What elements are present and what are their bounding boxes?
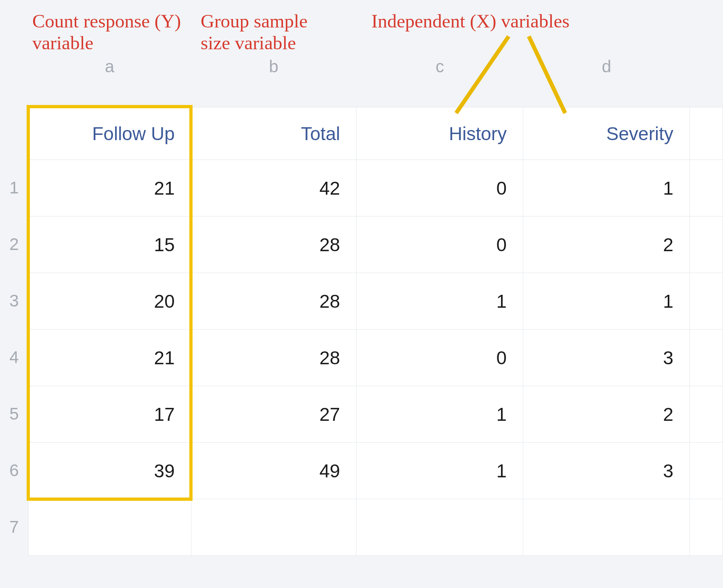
table-row: 15 28 0 2 xyxy=(29,216,723,273)
cell-total[interactable]: 42 xyxy=(191,160,356,216)
cell-follow-up[interactable]: 39 xyxy=(29,443,191,499)
cell-history[interactable]: 0 xyxy=(356,216,523,273)
cell-severity[interactable] xyxy=(523,499,690,556)
cell-severity[interactable]: 1 xyxy=(523,273,690,330)
header-empty[interactable] xyxy=(689,107,723,160)
cell-empty[interactable] xyxy=(689,386,723,443)
cell-empty[interactable] xyxy=(689,216,723,273)
table-row xyxy=(29,499,723,556)
row-number-2[interactable]: 2 xyxy=(0,216,28,273)
row-number-6[interactable]: 6 xyxy=(0,442,28,499)
cell-severity[interactable]: 3 xyxy=(523,443,690,499)
header-total[interactable]: Total xyxy=(191,107,356,160)
cell-follow-up[interactable]: 20 xyxy=(29,273,191,330)
cell-severity[interactable]: 2 xyxy=(523,216,690,273)
cell-total[interactable]: 28 xyxy=(191,330,356,386)
annotation-group-sample-size: Group sample size variable xyxy=(197,10,342,54)
cell-history[interactable]: 0 xyxy=(356,330,523,386)
cell-history[interactable]: 1 xyxy=(356,273,523,330)
cell-total[interactable]: 28 xyxy=(191,216,356,273)
header-row: Follow Up Total History Severity xyxy=(29,107,723,160)
header-follow-up[interactable]: Follow Up xyxy=(29,107,191,160)
data-table: Follow Up Total History Severity 21 42 0… xyxy=(28,107,723,556)
cell-total[interactable]: 28 xyxy=(191,273,356,330)
column-letter-c[interactable]: c xyxy=(356,55,523,79)
cell-follow-up[interactable]: 21 xyxy=(29,330,191,386)
cell-total[interactable] xyxy=(191,499,356,556)
cell-total[interactable]: 27 xyxy=(191,386,356,443)
cell-follow-up[interactable]: 15 xyxy=(29,216,191,273)
column-letter-row: a b c d xyxy=(0,55,723,79)
cell-history[interactable]: 1 xyxy=(356,386,523,443)
table-row: 21 28 0 3 xyxy=(29,330,723,386)
cell-follow-up[interactable] xyxy=(29,499,191,556)
row-number-7[interactable]: 7 xyxy=(0,499,28,555)
cell-empty[interactable] xyxy=(689,160,723,216)
column-letter-b[interactable]: b xyxy=(191,55,356,79)
cell-total[interactable]: 49 xyxy=(191,443,356,499)
header-severity[interactable]: Severity xyxy=(523,107,690,160)
annotation-count-response: Count response (Y) variable xyxy=(28,10,190,54)
cell-follow-up[interactable]: 21 xyxy=(29,160,191,216)
column-letter-d[interactable]: d xyxy=(523,55,690,79)
annotation-independent-x: Independent (X) variables xyxy=(367,10,618,32)
cell-history[interactable]: 1 xyxy=(356,443,523,499)
cell-severity[interactable]: 1 xyxy=(523,160,690,216)
row-number-4[interactable]: 4 xyxy=(0,329,28,386)
row-number-5[interactable]: 5 xyxy=(0,386,28,442)
table-row: 20 28 1 1 xyxy=(29,273,723,330)
cell-empty[interactable] xyxy=(689,443,723,499)
table-row: 39 49 1 3 xyxy=(29,443,723,499)
table-row: 21 42 0 1 xyxy=(29,160,723,216)
spreadsheet: Count response (Y) variable Group sample… xyxy=(0,0,723,588)
cell-history[interactable] xyxy=(356,499,523,556)
cell-follow-up[interactable]: 17 xyxy=(29,386,191,443)
cell-severity[interactable]: 3 xyxy=(523,330,690,386)
cell-empty[interactable] xyxy=(689,330,723,386)
cell-severity[interactable]: 2 xyxy=(523,386,690,443)
row-number-1[interactable]: 1 xyxy=(0,160,28,216)
cell-history[interactable]: 0 xyxy=(356,160,523,216)
cell-empty[interactable] xyxy=(689,499,723,556)
table-row: 17 27 1 2 xyxy=(29,386,723,443)
header-history[interactable]: History xyxy=(356,107,523,160)
cell-empty[interactable] xyxy=(689,273,723,330)
column-letter-a[interactable]: a xyxy=(28,55,191,79)
row-number-3[interactable]: 3 xyxy=(0,273,28,329)
